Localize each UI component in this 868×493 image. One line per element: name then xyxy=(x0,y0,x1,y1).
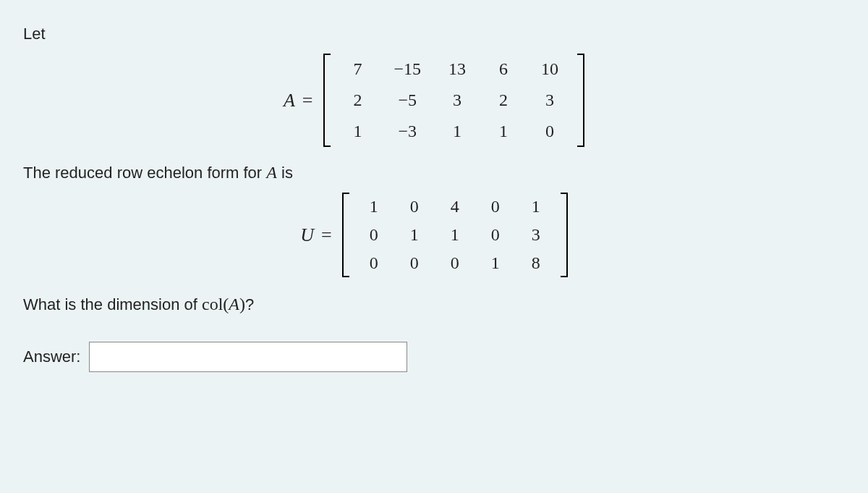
matrix-cell: 0 xyxy=(475,221,516,249)
equals-sign: = xyxy=(302,90,313,111)
matrix-a: 7 −15 13 6 10 2 −5 3 2 3 1 −3 1 1 xyxy=(323,54,585,147)
question-container: Let A = 7 −15 13 6 10 2 −5 3 2 3 xyxy=(0,0,868,392)
matrix-cell: 2 xyxy=(335,85,381,116)
matrix-u: 1 0 4 0 1 0 1 1 0 3 0 0 0 1 xyxy=(342,193,568,277)
matrix-cell: 13 xyxy=(434,54,480,85)
matrix-cell: 0 xyxy=(354,249,394,277)
matrix-cell: −5 xyxy=(381,85,435,116)
matrix-cell: 3 xyxy=(434,85,480,116)
equals-sign: = xyxy=(321,224,332,246)
left-bracket-icon xyxy=(323,54,331,147)
matrix-cell: 0 xyxy=(527,116,573,147)
matrix-cell: 3 xyxy=(516,221,556,249)
right-bracket-icon xyxy=(577,54,584,147)
matrix-cell: 1 xyxy=(480,116,527,147)
answer-row: Answer: xyxy=(23,342,845,372)
matrix-cell: 1 xyxy=(435,221,475,249)
rref-text: The reduced row echelon form for A is xyxy=(23,163,845,182)
matrix-cell: −3 xyxy=(381,116,435,147)
matrix-u-table: 1 0 4 0 1 0 1 1 0 3 0 0 0 1 xyxy=(354,193,556,277)
matrix-u-label: U xyxy=(300,224,314,246)
matrix-cell: 1 xyxy=(394,221,435,249)
equation-a: A = 7 −15 13 6 10 2 −5 3 2 3 xyxy=(23,54,845,147)
question-func: col( xyxy=(202,295,229,313)
matrix-cell: 1 xyxy=(335,116,381,147)
left-bracket-icon xyxy=(342,193,349,277)
rref-prefix: The reduced row echelon form for xyxy=(23,164,266,182)
matrix-cell: 0 xyxy=(475,193,516,221)
matrix-cell: −15 xyxy=(381,54,435,85)
matrix-cell: 7 xyxy=(335,54,381,85)
rref-suffix: is xyxy=(277,164,293,182)
answer-label: Answer: xyxy=(23,347,80,366)
question-text: What is the dimension of col(A)? xyxy=(23,295,845,314)
equation-u: U = 1 0 4 0 1 0 1 1 0 3 xyxy=(23,193,845,277)
matrix-cell: 1 xyxy=(516,193,556,221)
question-suffix: ? xyxy=(245,295,254,313)
matrix-cell: 10 xyxy=(527,54,573,85)
matrix-cell: 2 xyxy=(480,85,527,116)
matrix-cell: 0 xyxy=(354,221,394,249)
matrix-cell: 1 xyxy=(354,193,394,221)
matrix-cell: 0 xyxy=(394,193,435,221)
intro-text: Let xyxy=(23,25,845,43)
matrix-cell: 4 xyxy=(435,193,475,221)
rref-var: A xyxy=(266,163,277,182)
matrix-cell: 1 xyxy=(434,116,480,147)
question-prefix: What is the dimension of xyxy=(23,295,202,313)
right-bracket-icon xyxy=(561,193,568,277)
matrix-cell: 8 xyxy=(516,249,556,277)
matrix-a-label: A xyxy=(284,90,295,111)
matrix-cell: 0 xyxy=(435,249,475,277)
matrix-a-table: 7 −15 13 6 10 2 −5 3 2 3 1 −3 1 1 xyxy=(335,54,574,147)
answer-input[interactable] xyxy=(89,342,407,372)
question-close: ) xyxy=(239,295,245,313)
matrix-cell: 3 xyxy=(527,85,573,116)
matrix-cell: 1 xyxy=(475,249,516,277)
question-var: A xyxy=(229,295,239,313)
matrix-cell: 0 xyxy=(394,249,435,277)
matrix-cell: 6 xyxy=(480,54,527,85)
